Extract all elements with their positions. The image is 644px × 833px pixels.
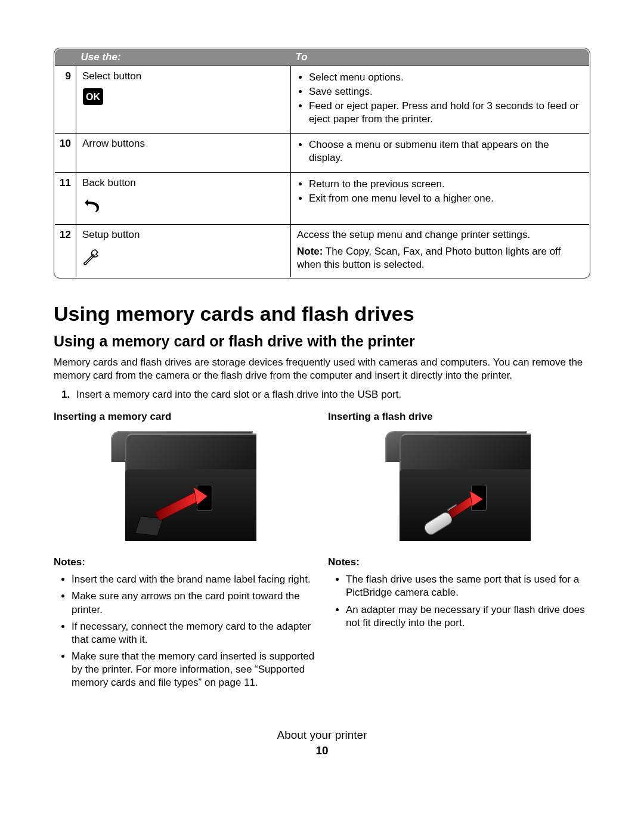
- row-use: Arrow buttons: [76, 134, 291, 172]
- table-header-use: Use the:: [76, 49, 291, 66]
- insert-flash-drive-column: Inserting a flash drive: [328, 408, 590, 693]
- list-item: An adapter may be necessary if your flas…: [346, 603, 590, 630]
- table-header-num: [55, 49, 76, 66]
- notes-label: Notes:: [54, 556, 316, 568]
- to-item: Save settings.: [309, 85, 583, 98]
- list-item: Make sure any arrows on the card point t…: [72, 590, 316, 616]
- row-to: Access the setup menu and change printer…: [291, 224, 590, 277]
- row-num: 11: [55, 172, 76, 224]
- svg-marker-2: [155, 492, 200, 521]
- column-heading: Inserting a memory card: [54, 411, 316, 423]
- to-text: Access the setup menu and change printer…: [297, 228, 583, 241]
- page-number: 10: [54, 744, 590, 757]
- use-label: Back button: [82, 177, 136, 188]
- steps-list: Insert a memory card into the card slot …: [54, 388, 590, 401]
- notes-list: The flash drive uses the same port that …: [328, 573, 590, 629]
- to-note: Note: The Copy, Scan, Fax, and Photo but…: [297, 245, 583, 271]
- notes-list: Insert the card with the brand name labe…: [54, 573, 316, 689]
- svg-text:OK: OK: [86, 92, 100, 102]
- list-item: The flash drive uses the same port that …: [346, 573, 590, 599]
- use-label: Select button: [82, 70, 141, 82]
- to-item: Choose a menu or submenu item that appea…: [309, 138, 583, 165]
- use-label: Arrow buttons: [82, 138, 145, 149]
- intro-paragraph: Memory cards and flash drives are storag…: [54, 356, 590, 382]
- flash-drive-illustration: [382, 428, 537, 547]
- row-use: Setup button: [76, 224, 291, 277]
- row-to: Select menu options. Save settings. Feed…: [291, 66, 590, 134]
- subsection-heading: Using a memory card or flash drive with …: [54, 333, 590, 350]
- table-row: 10 Arrow buttons Choose a menu or submen…: [55, 134, 590, 172]
- back-icon: [82, 194, 284, 218]
- list-item: If necessary, connect the memory card to…: [72, 620, 316, 646]
- note-label: Note:: [297, 246, 323, 257]
- row-to: Return to the previous screen. Exit from…: [291, 172, 590, 224]
- list-item: Insert the card with the brand name labe…: [72, 573, 316, 586]
- row-to: Choose a menu or submenu item that appea…: [291, 134, 590, 172]
- row-num: 12: [55, 224, 76, 277]
- to-item: Feed or eject paper. Press and hold for …: [309, 100, 583, 126]
- note-text: The Copy, Scan, Fax, and Photo button li…: [297, 246, 561, 270]
- table-header-to: To: [291, 49, 590, 66]
- to-item: Select menu options.: [309, 71, 583, 84]
- step-item: Insert a memory card into the card slot …: [73, 388, 590, 401]
- controls-table: Use the: To 9 Select button OK: [54, 48, 590, 278]
- to-item: Exit from one menu level to a higher one…: [309, 192, 583, 205]
- ok-icon: OK: [82, 88, 284, 109]
- wrench-icon: [82, 246, 284, 270]
- table-row: 11 Back button Return to the previous sc…: [55, 172, 590, 224]
- chapter-title: About your printer: [54, 729, 590, 742]
- row-use: Back button: [76, 172, 291, 224]
- insert-memory-card-column: Inserting a memory card: [54, 408, 316, 693]
- use-label: Setup button: [82, 229, 140, 240]
- section-heading: Using memory cards and flash drives: [54, 302, 590, 326]
- table-row: 9 Select button OK Select menu options. …: [55, 66, 590, 134]
- table-row: 12 Setup button Access the setup menu an…: [55, 224, 590, 277]
- list-item: Make sure that the memory card inserted …: [72, 650, 316, 689]
- column-heading: Inserting a flash drive: [328, 411, 590, 423]
- notes-label: Notes:: [328, 556, 590, 568]
- insert-columns: Inserting a memory card: [54, 408, 590, 693]
- page-footer: About your printer 10: [54, 729, 590, 757]
- row-num: 10: [55, 134, 76, 172]
- svg-marker-5: [470, 491, 483, 506]
- to-item: Return to the previous screen.: [309, 178, 583, 191]
- controls-table-wrapper: Use the: To 9 Select button OK: [54, 48, 590, 278]
- row-use: Select button OK: [76, 66, 291, 134]
- row-num: 9: [55, 66, 76, 134]
- memory-card-illustration: [107, 428, 262, 547]
